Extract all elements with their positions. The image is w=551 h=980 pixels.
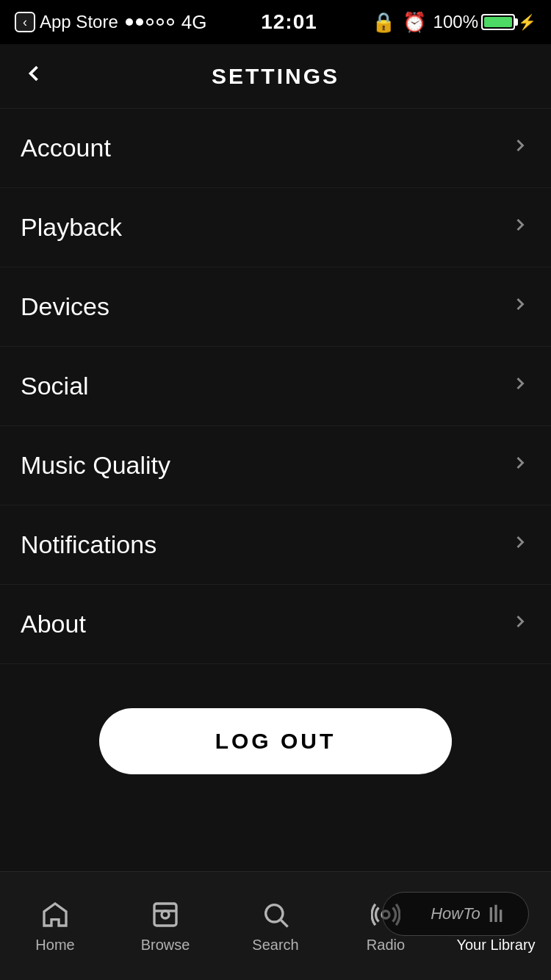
svg-point-3 <box>266 905 283 922</box>
home-icon <box>39 898 71 931</box>
signal-dot-5 <box>167 18 174 26</box>
chevron-icon-music-quality <box>510 453 530 478</box>
chevron-icon-playback <box>510 215 530 240</box>
svg-rect-0 <box>154 904 176 926</box>
nav-label-search: Search <box>252 937 298 954</box>
logout-button[interactable]: LOG OUT <box>99 708 452 774</box>
signal-dot-4 <box>156 18 164 26</box>
header: SETTINGS <box>0 44 551 109</box>
search-icon <box>259 898 292 931</box>
settings-item-social[interactable]: Social <box>0 347 551 426</box>
status-bar: ‹ App Store 4G 12:01 🔒 ⏰ 100% ⚡ <box>0 0 551 44</box>
settings-label-social: Social <box>21 372 89 400</box>
signal-dots <box>126 18 174 26</box>
status-right: 🔒 ⏰ 100% ⚡ <box>372 11 536 34</box>
signal-dot-2 <box>136 18 143 26</box>
settings-item-account[interactable]: Account <box>0 109 551 188</box>
battery-icon <box>481 14 515 30</box>
app-store-label: App Store <box>40 12 118 32</box>
logout-container: LOG OUT <box>0 708 551 774</box>
status-left: ‹ App Store 4G <box>15 11 206 34</box>
signal-dot-3 <box>146 18 154 26</box>
settings-item-about[interactable]: About <box>0 585 551 664</box>
back-button[interactable] <box>21 60 47 93</box>
nav-item-browse[interactable]: Browse <box>110 898 220 954</box>
charging-icon: ⚡ <box>518 13 536 31</box>
nav-label-your-library: Your Library <box>456 937 535 954</box>
nav-label-home: Home <box>35 937 74 954</box>
settings-item-notifications[interactable]: Notifications <box>0 505 551 585</box>
settings-label-devices: Devices <box>21 292 109 321</box>
settings-item-playback[interactable]: Playback <box>0 188 551 267</box>
browse-icon <box>149 898 181 931</box>
settings-list: Account Playback Devices Social <box>0 109 551 664</box>
nav-item-search[interactable]: Search <box>220 898 331 954</box>
settings-label-account: Account <box>21 134 111 162</box>
battery-container: 100% ⚡ <box>433 12 536 32</box>
settings-item-devices[interactable]: Devices <box>0 267 551 347</box>
nav-label-radio: Radio <box>367 937 405 954</box>
app-store-indicator: ‹ App Store <box>15 12 118 32</box>
network-type: 4G <box>181 11 207 34</box>
battery-percent: 100% <box>433 12 478 32</box>
chevron-icon-devices <box>510 294 530 320</box>
svg-line-4 <box>281 920 288 927</box>
nav-label-browse: Browse <box>141 937 190 954</box>
signal-dot-1 <box>126 18 133 26</box>
settings-label-notifications: Notifications <box>21 530 156 559</box>
chevron-icon-account <box>510 135 530 161</box>
settings-label-about: About <box>21 610 86 638</box>
watermark: HowTo <box>382 892 529 936</box>
chevron-icon-social <box>510 373 530 399</box>
app-store-icon: ‹ <box>15 12 35 32</box>
page-title: SETTINGS <box>212 64 339 89</box>
chevron-icon-about <box>510 611 530 637</box>
settings-label-playback: Playback <box>21 213 122 242</box>
nav-item-home[interactable]: Home <box>0 898 110 954</box>
alarm-icon: ⏰ <box>403 11 426 34</box>
battery-fill <box>484 17 512 27</box>
status-time: 12:01 <box>261 10 317 34</box>
lock-icon: 🔒 <box>372 11 395 34</box>
settings-label-music-quality: Music Quality <box>21 451 170 480</box>
settings-item-music-quality[interactable]: Music Quality <box>0 426 551 505</box>
chevron-icon-notifications <box>510 532 530 558</box>
